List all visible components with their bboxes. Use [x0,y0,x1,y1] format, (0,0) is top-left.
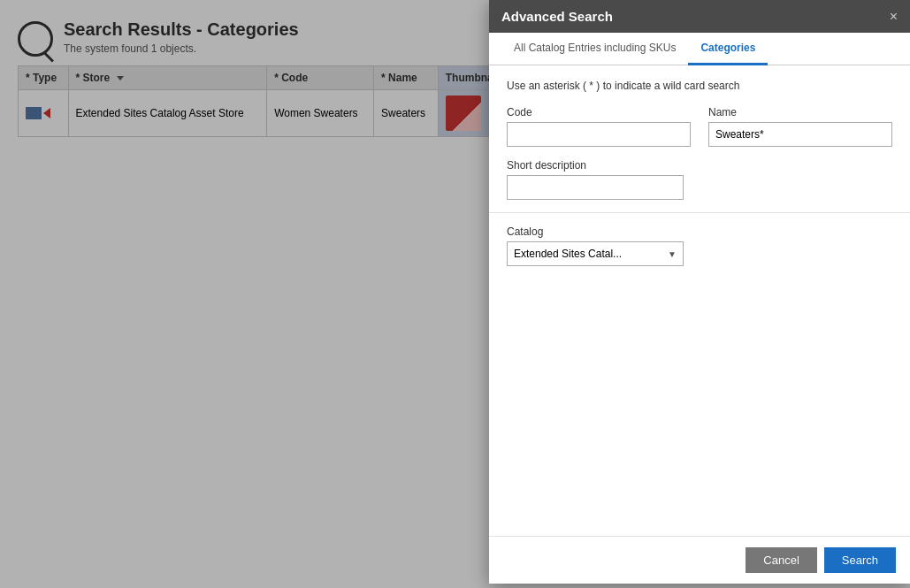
name-label: Name [708,106,892,118]
catalog-label: Catalog [507,225,684,238]
name-input[interactable] [708,122,892,147]
modal-title: Advanced Search [501,9,613,24]
modal-tabs: All Catalog Entries including SKUs Categ… [489,33,910,65]
tab-all-catalog[interactable]: All Catalog Entries including SKUs [501,33,688,65]
short-desc-input[interactable] [507,175,684,200]
form-group-short-desc: Short description [507,159,684,200]
catalog-select[interactable]: Extended Sites Catal... [507,241,684,266]
modal-body: Use an asterisk ( * ) to indicate a wild… [489,65,910,536]
hint-text: Use an asterisk ( * ) to indicate a wild… [507,80,892,92]
cancel-button[interactable]: Cancel [746,547,816,573]
form-group-name: Name [708,106,892,147]
modal-header: Advanced Search × [489,0,910,33]
form-divider [489,212,910,213]
code-label: Code [507,106,691,118]
short-desc-label: Short description [507,159,684,172]
modal-footer: Cancel Search [489,536,910,584]
advanced-search-modal: Advanced Search × All Catalog Entries in… [489,0,910,584]
code-input[interactable] [507,122,691,147]
form-row-shortdesc: Short description [507,159,892,200]
form-group-code: Code [507,106,691,147]
form-group-catalog: Catalog Extended Sites Catal... ▼ [507,225,684,266]
modal-close-button[interactable]: × [890,10,898,24]
search-button[interactable]: Search [824,547,896,573]
catalog-select-wrapper: Extended Sites Catal... ▼ [507,241,684,266]
form-row-catalog: Catalog Extended Sites Catal... ▼ [507,225,892,266]
tab-categories[interactable]: Categories [688,33,768,65]
form-row-code-name: Code Name [507,106,892,147]
